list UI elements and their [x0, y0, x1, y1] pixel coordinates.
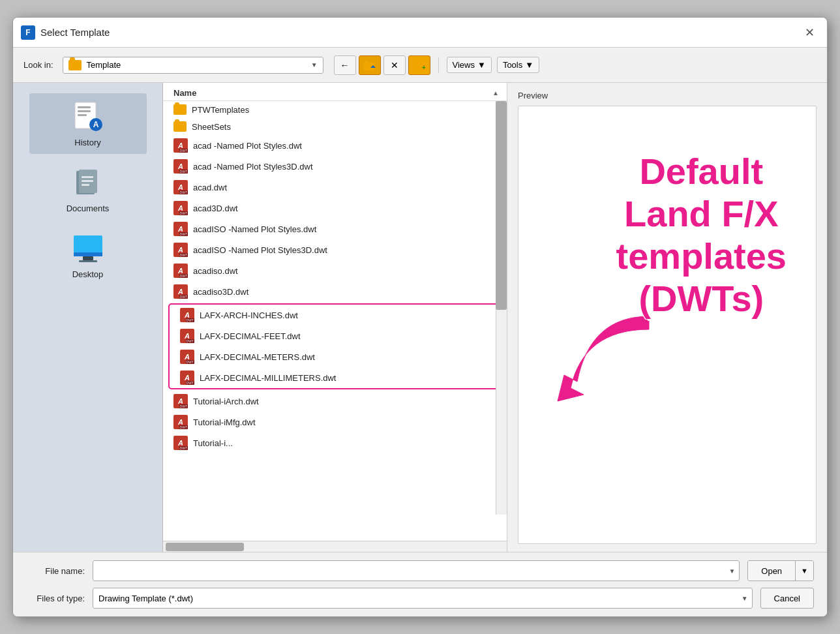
toolbar: Look in: Template ▼ ← ✕ + Views ▼ Tools … [13, 48, 827, 83]
folder-icon [68, 60, 82, 70]
list-item[interactable]: ADWT LAFX-ARCH-INCHES.dwt [170, 305, 500, 325]
preview-box: Default Land F/X templates (DWTs) [518, 106, 817, 544]
file-name-text: Tutorial-i... [193, 438, 233, 448]
svg-rect-1 [364, 61, 368, 64]
new-folder-button[interactable]: + [408, 55, 430, 75]
file-name-text: acadiso.dwt [193, 266, 238, 276]
files-of-type-select[interactable]: Drawing Template (*.dwt) ▼ [93, 588, 753, 609]
list-item[interactable]: ADWT acad -Named Plot Styles.dwt [163, 135, 496, 156]
look-in-label: Look in: [23, 60, 53, 70]
vertical-scrollbar-thumb[interactable] [496, 101, 507, 310]
folder-icon [173, 104, 187, 115]
dwt-icon: ADWT [173, 243, 188, 257]
annotation-text: Default Land F/X templates (DWTs) [616, 150, 787, 320]
sort-arrow-icon: ▲ [492, 89, 499, 97]
file-list[interactable]: PTWTemplates SheetSets ADWT acad -Named … [163, 101, 507, 541]
dwt-icon: ADWT [173, 436, 188, 450]
back-button[interactable]: ← [334, 55, 356, 75]
dwt-icon: ADWT [173, 264, 188, 278]
sidebar-item-desktop[interactable]: Desktop [29, 225, 147, 286]
file-list-area: Name ▲ PTWTemplates SheetSets ADWT acad … [163, 83, 507, 552]
preview-label: Preview [518, 91, 817, 100]
dwt-icon: ADWT [173, 222, 188, 236]
open-dropdown-button[interactable]: ▼ [796, 561, 813, 581]
column-name-header: Name [173, 88, 196, 98]
views-label: Views [453, 60, 475, 70]
title-bar: F Select Template ✕ [13, 18, 827, 48]
dwt-icon: ADWT [173, 284, 188, 299]
list-item[interactable]: ADWT LAFX-DECIMAL-METERS.dwt [170, 346, 500, 367]
svg-rect-14 [82, 176, 93, 178]
lafX-highlighted-group: ADWT LAFX-ARCH-INCHES.dwt ADWT LAFX-DECI… [168, 303, 502, 389]
vertical-scrollbar-track[interactable] [496, 101, 507, 515]
history-icon: A [71, 100, 105, 134]
file-name-field[interactable] [98, 566, 734, 576]
file-name-text: LAFX-ARCH-INCHES.dwt [200, 310, 298, 320]
list-item[interactable]: ADWT acad3D.dwt [163, 198, 496, 219]
dwt-icon: ADWT [173, 180, 188, 194]
file-name-text: acad -Named Plot Styles.dwt [193, 141, 302, 151]
look-in-dropdown[interactable]: Template ▼ [63, 57, 323, 74]
app-icon: F [21, 25, 35, 40]
separator [438, 57, 439, 73]
file-name-text: acadISO -Named Plot Styles.dwt [193, 224, 316, 234]
file-name-text: Tutorial-iMfg.dwt [193, 417, 256, 427]
list-item[interactable]: SheetSets [163, 118, 496, 135]
files-of-type-value: Drawing Template (*.dwt) [98, 594, 193, 603]
file-name-text: acad3D.dwt [193, 204, 238, 213]
annotation-line-1: Default [616, 150, 787, 192]
svg-rect-15 [82, 180, 93, 182]
preview-area: Preview Default Land F/X templates (DWTs… [507, 83, 827, 552]
dialog-title: Select Template [40, 27, 110, 38]
file-name-text: acadiso3D.dwt [193, 287, 248, 297]
folder-up-button[interactable] [359, 55, 381, 75]
horizontal-scrollbar-thumb[interactable] [166, 543, 244, 551]
sidebar-item-documents[interactable]: Documents [29, 159, 147, 220]
dwt-icon: ADWT [180, 370, 194, 385]
annotation-line-2: Land F/X [616, 192, 787, 235]
dwt-icon: ADWT [173, 394, 188, 408]
file-name-text: acad -Named Plot Styles3D.dwt [193, 162, 313, 172]
list-item[interactable]: ADWT Tutorial-i... [163, 432, 496, 453]
list-item[interactable]: ADWT acadISO -Named Plot Styles.dwt [163, 219, 496, 239]
close-button[interactable]: ✕ [800, 23, 819, 42]
folder-icon [173, 121, 187, 132]
list-item[interactable]: ADWT acadiso3D.dwt [163, 281, 496, 302]
list-item[interactable]: ADWT LAFX-DECIMAL-FEET.dwt [170, 325, 500, 346]
open-button[interactable]: Open [748, 561, 796, 581]
svg-rect-18 [74, 252, 102, 256]
views-button[interactable]: Views ▼ [447, 57, 492, 73]
sidebar-desktop-label: Desktop [72, 269, 104, 279]
dwt-icon: ADWT [173, 159, 188, 174]
desktop-icon [71, 232, 105, 265]
tools-button[interactable]: Tools ▼ [497, 57, 539, 73]
sidebar: A History Documents [13, 83, 163, 552]
annotation-line-3: templates [616, 235, 787, 277]
file-name-text: SheetSets [192, 122, 231, 132]
list-item[interactable]: ADWT Tutorial-iMfg.dwt [163, 412, 496, 432]
list-item[interactable]: ADWT Tutorial-iArch.dwt [163, 391, 496, 412]
sidebar-history-label: History [74, 138, 100, 147]
svg-rect-9 [78, 114, 87, 116]
delete-button[interactable]: ✕ [383, 55, 406, 75]
list-item[interactable]: ADWT acad.dwt [163, 177, 496, 198]
file-name-input[interactable]: ▼ [93, 560, 740, 581]
dropdown-arrow-icon: ▼ [311, 61, 318, 68]
title-bar-left: F Select Template [21, 25, 110, 40]
list-item[interactable]: PTWTemplates [163, 101, 496, 118]
sidebar-item-history[interactable]: A History [29, 93, 147, 154]
views-arrow-icon: ▼ [477, 60, 486, 70]
list-item[interactable]: ADWT acadISO -Named Plot Styles3D.dwt [163, 239, 496, 260]
svg-rect-19 [83, 256, 93, 260]
horizontal-scrollbar[interactable] [163, 541, 507, 552]
svg-rect-8 [78, 110, 91, 112]
list-item[interactable]: ADWT acadiso.dwt [163, 260, 496, 281]
dwt-icon: ADWT [180, 350, 194, 364]
file-name-text: LAFX-DECIMAL-MILLIMETERS.dwt [200, 373, 337, 383]
list-item[interactable]: ADWT acad -Named Plot Styles3D.dwt [163, 156, 496, 177]
list-item[interactable]: ADWT LAFX-DECIMAL-MILLIMETERS.dwt [170, 367, 500, 388]
file-name-text: LAFX-DECIMAL-FEET.dwt [200, 331, 301, 341]
annotation-line-4: (DWTs) [616, 277, 787, 320]
file-name-text: Tutorial-iArch.dwt [193, 397, 259, 406]
cancel-button[interactable]: Cancel [760, 588, 814, 609]
